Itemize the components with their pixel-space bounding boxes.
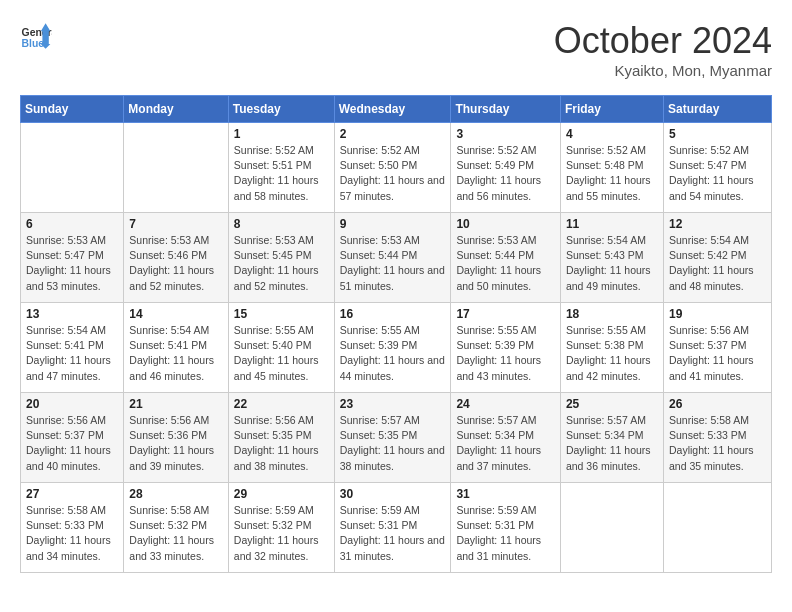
- day-number: 25: [566, 397, 658, 411]
- day-cell: 29Sunrise: 5:59 AMSunset: 5:32 PMDayligh…: [228, 483, 334, 573]
- day-cell: 25Sunrise: 5:57 AMSunset: 5:34 PMDayligh…: [560, 393, 663, 483]
- day-detail: Sunrise: 5:58 AMSunset: 5:33 PMDaylight:…: [669, 413, 766, 474]
- day-cell: 10Sunrise: 5:53 AMSunset: 5:44 PMDayligh…: [451, 213, 561, 303]
- day-cell: 4Sunrise: 5:52 AMSunset: 5:48 PMDaylight…: [560, 123, 663, 213]
- location: Kyaikto, Mon, Myanmar: [554, 62, 772, 79]
- day-cell: 6Sunrise: 5:53 AMSunset: 5:47 PMDaylight…: [21, 213, 124, 303]
- day-number: 29: [234, 487, 329, 501]
- day-cell: 5Sunrise: 5:52 AMSunset: 5:47 PMDaylight…: [663, 123, 771, 213]
- day-cell: 3Sunrise: 5:52 AMSunset: 5:49 PMDaylight…: [451, 123, 561, 213]
- day-number: 9: [340, 217, 446, 231]
- day-detail: Sunrise: 5:54 AMSunset: 5:43 PMDaylight:…: [566, 233, 658, 294]
- svg-text:Blue: Blue: [22, 38, 45, 49]
- day-cell: 30Sunrise: 5:59 AMSunset: 5:31 PMDayligh…: [334, 483, 451, 573]
- day-cell: 21Sunrise: 5:56 AMSunset: 5:36 PMDayligh…: [124, 393, 228, 483]
- day-number: 21: [129, 397, 222, 411]
- day-detail: Sunrise: 5:53 AMSunset: 5:46 PMDaylight:…: [129, 233, 222, 294]
- day-number: 1: [234, 127, 329, 141]
- day-number: 24: [456, 397, 555, 411]
- day-detail: Sunrise: 5:55 AMSunset: 5:40 PMDaylight:…: [234, 323, 329, 384]
- header-sunday: Sunday: [21, 96, 124, 123]
- day-cell: 14Sunrise: 5:54 AMSunset: 5:41 PMDayligh…: [124, 303, 228, 393]
- day-detail: Sunrise: 5:54 AMSunset: 5:41 PMDaylight:…: [129, 323, 222, 384]
- header-wednesday: Wednesday: [334, 96, 451, 123]
- day-number: 4: [566, 127, 658, 141]
- day-detail: Sunrise: 5:57 AMSunset: 5:35 PMDaylight:…: [340, 413, 446, 474]
- day-number: 22: [234, 397, 329, 411]
- day-detail: Sunrise: 5:54 AMSunset: 5:41 PMDaylight:…: [26, 323, 118, 384]
- day-cell: 9Sunrise: 5:53 AMSunset: 5:44 PMDaylight…: [334, 213, 451, 303]
- calendar-table: SundayMondayTuesdayWednesdayThursdayFrid…: [20, 95, 772, 573]
- day-number: 14: [129, 307, 222, 321]
- day-cell: [663, 483, 771, 573]
- day-detail: Sunrise: 5:55 AMSunset: 5:39 PMDaylight:…: [340, 323, 446, 384]
- day-cell: 26Sunrise: 5:58 AMSunset: 5:33 PMDayligh…: [663, 393, 771, 483]
- day-number: 6: [26, 217, 118, 231]
- day-number: 16: [340, 307, 446, 321]
- day-number: 10: [456, 217, 555, 231]
- day-number: 20: [26, 397, 118, 411]
- day-detail: Sunrise: 5:59 AMSunset: 5:32 PMDaylight:…: [234, 503, 329, 564]
- day-detail: Sunrise: 5:53 AMSunset: 5:45 PMDaylight:…: [234, 233, 329, 294]
- day-number: 12: [669, 217, 766, 231]
- day-number: 11: [566, 217, 658, 231]
- month-title: October 2024: [554, 20, 772, 62]
- day-detail: Sunrise: 5:56 AMSunset: 5:37 PMDaylight:…: [26, 413, 118, 474]
- day-cell: 7Sunrise: 5:53 AMSunset: 5:46 PMDaylight…: [124, 213, 228, 303]
- day-cell: [21, 123, 124, 213]
- day-cell: 22Sunrise: 5:56 AMSunset: 5:35 PMDayligh…: [228, 393, 334, 483]
- logo: General Blue: [20, 20, 52, 52]
- day-cell: 18Sunrise: 5:55 AMSunset: 5:38 PMDayligh…: [560, 303, 663, 393]
- day-detail: Sunrise: 5:56 AMSunset: 5:35 PMDaylight:…: [234, 413, 329, 474]
- day-number: 2: [340, 127, 446, 141]
- day-detail: Sunrise: 5:52 AMSunset: 5:50 PMDaylight:…: [340, 143, 446, 204]
- day-detail: Sunrise: 5:55 AMSunset: 5:39 PMDaylight:…: [456, 323, 555, 384]
- day-detail: Sunrise: 5:53 AMSunset: 5:44 PMDaylight:…: [340, 233, 446, 294]
- day-cell: 23Sunrise: 5:57 AMSunset: 5:35 PMDayligh…: [334, 393, 451, 483]
- day-cell: 24Sunrise: 5:57 AMSunset: 5:34 PMDayligh…: [451, 393, 561, 483]
- day-cell: 2Sunrise: 5:52 AMSunset: 5:50 PMDaylight…: [334, 123, 451, 213]
- day-cell: 19Sunrise: 5:56 AMSunset: 5:37 PMDayligh…: [663, 303, 771, 393]
- day-cell: 28Sunrise: 5:58 AMSunset: 5:32 PMDayligh…: [124, 483, 228, 573]
- header-monday: Monday: [124, 96, 228, 123]
- day-cell: 17Sunrise: 5:55 AMSunset: 5:39 PMDayligh…: [451, 303, 561, 393]
- day-number: 15: [234, 307, 329, 321]
- title-block: October 2024 Kyaikto, Mon, Myanmar: [554, 20, 772, 79]
- day-detail: Sunrise: 5:59 AMSunset: 5:31 PMDaylight:…: [456, 503, 555, 564]
- day-detail: Sunrise: 5:58 AMSunset: 5:33 PMDaylight:…: [26, 503, 118, 564]
- weekday-header-row: SundayMondayTuesdayWednesdayThursdayFrid…: [21, 96, 772, 123]
- day-cell: 15Sunrise: 5:55 AMSunset: 5:40 PMDayligh…: [228, 303, 334, 393]
- day-number: 28: [129, 487, 222, 501]
- day-cell: 12Sunrise: 5:54 AMSunset: 5:42 PMDayligh…: [663, 213, 771, 303]
- header-thursday: Thursday: [451, 96, 561, 123]
- day-detail: Sunrise: 5:56 AMSunset: 5:36 PMDaylight:…: [129, 413, 222, 474]
- day-number: 3: [456, 127, 555, 141]
- day-detail: Sunrise: 5:52 AMSunset: 5:49 PMDaylight:…: [456, 143, 555, 204]
- day-detail: Sunrise: 5:52 AMSunset: 5:51 PMDaylight:…: [234, 143, 329, 204]
- day-number: 23: [340, 397, 446, 411]
- day-detail: Sunrise: 5:57 AMSunset: 5:34 PMDaylight:…: [566, 413, 658, 474]
- day-cell: 27Sunrise: 5:58 AMSunset: 5:33 PMDayligh…: [21, 483, 124, 573]
- day-detail: Sunrise: 5:58 AMSunset: 5:32 PMDaylight:…: [129, 503, 222, 564]
- day-number: 26: [669, 397, 766, 411]
- day-cell: 20Sunrise: 5:56 AMSunset: 5:37 PMDayligh…: [21, 393, 124, 483]
- day-number: 19: [669, 307, 766, 321]
- day-detail: Sunrise: 5:56 AMSunset: 5:37 PMDaylight:…: [669, 323, 766, 384]
- day-number: 30: [340, 487, 446, 501]
- day-number: 13: [26, 307, 118, 321]
- day-detail: Sunrise: 5:52 AMSunset: 5:48 PMDaylight:…: [566, 143, 658, 204]
- day-detail: Sunrise: 5:57 AMSunset: 5:34 PMDaylight:…: [456, 413, 555, 474]
- day-cell: 31Sunrise: 5:59 AMSunset: 5:31 PMDayligh…: [451, 483, 561, 573]
- week-row-1: 6Sunrise: 5:53 AMSunset: 5:47 PMDaylight…: [21, 213, 772, 303]
- day-cell: 16Sunrise: 5:55 AMSunset: 5:39 PMDayligh…: [334, 303, 451, 393]
- day-number: 8: [234, 217, 329, 231]
- header-saturday: Saturday: [663, 96, 771, 123]
- header-friday: Friday: [560, 96, 663, 123]
- day-number: 18: [566, 307, 658, 321]
- day-detail: Sunrise: 5:55 AMSunset: 5:38 PMDaylight:…: [566, 323, 658, 384]
- week-row-4: 27Sunrise: 5:58 AMSunset: 5:33 PMDayligh…: [21, 483, 772, 573]
- logo-icon: General Blue: [20, 20, 52, 52]
- page-header: General Blue October 2024 Kyaikto, Mon, …: [20, 20, 772, 79]
- day-detail: Sunrise: 5:53 AMSunset: 5:44 PMDaylight:…: [456, 233, 555, 294]
- day-detail: Sunrise: 5:52 AMSunset: 5:47 PMDaylight:…: [669, 143, 766, 204]
